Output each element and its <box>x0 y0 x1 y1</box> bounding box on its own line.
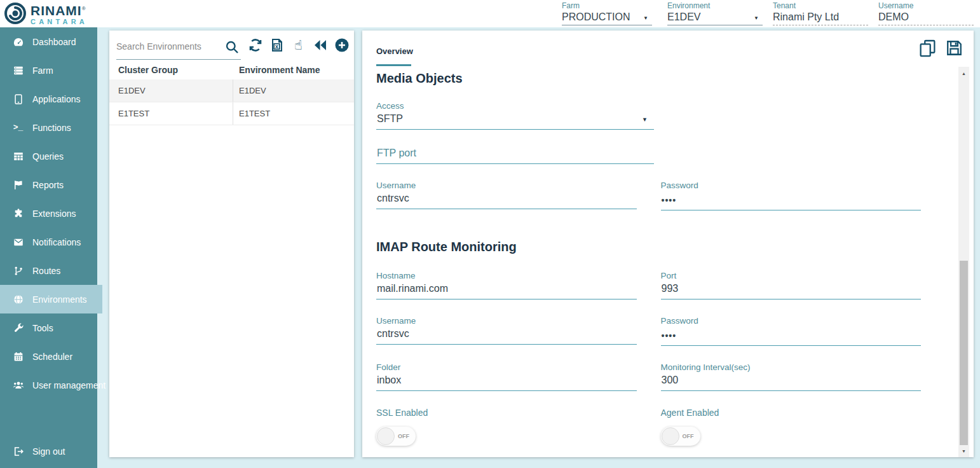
search-icon[interactable] <box>224 39 240 55</box>
list-toolbar: x ☝ <box>247 37 350 53</box>
interval-field: Monitoring Interval(sec) 300 <box>661 362 922 391</box>
brand-name: RINAMI® <box>31 4 88 17</box>
functions-terminal-icon: >_ <box>12 121 24 134</box>
scheduler-calendar-icon <box>12 350 24 362</box>
sidebar-item-label: Tools <box>32 323 53 333</box>
sidebar-item-label: Environments <box>32 294 87 305</box>
chevron-down-icon: ▼ <box>643 15 648 21</box>
sidebar-item-dashboard[interactable]: Dashboard <box>0 27 97 56</box>
search-input[interactable] <box>116 36 218 57</box>
sidebar-item-routes[interactable]: Routes <box>0 256 97 285</box>
tenant-label: Tenant <box>773 1 868 10</box>
export-excel-icon[interactable]: x <box>269 37 285 53</box>
farm-select[interactable]: PRODUCTION ▼ <box>562 10 652 25</box>
port-field: Port 993 <box>661 271 922 299</box>
add-icon[interactable] <box>334 37 350 53</box>
tab-overview[interactable]: Overview <box>376 46 413 56</box>
environment-select[interactable]: E1DEV ▼ <box>667 10 763 25</box>
collapse-rewind-icon[interactable] <box>312 37 328 53</box>
sidebar-item-label: Scheduler <box>32 352 72 362</box>
media-username-input[interactable]: cntrsvc <box>376 193 637 209</box>
imap-toggles-row: SSL Enabled OFF Agent Enabled OFF <box>376 408 921 446</box>
tenant-field: Tenant Rinami Pty Ltd <box>773 1 868 25</box>
access-select[interactable]: SFTP ▼ <box>376 113 654 130</box>
username-label: Username <box>376 316 637 326</box>
hostname-input[interactable]: mail.rinami.com <box>376 283 637 299</box>
hostname-label: Hostname <box>376 271 637 280</box>
scroll-up-icon[interactable]: ▲ <box>958 68 969 78</box>
imap-username-field: Username cntrsvc <box>376 316 637 346</box>
ftp-port-input[interactable]: FTP port <box>376 148 654 164</box>
media-username-field: Username cntrsvc <box>376 181 637 210</box>
sidebar-item-label: User management <box>32 380 105 390</box>
sidebar-item-functions[interactable]: >_ Functions <box>0 113 97 142</box>
overview-form: Media Objects Access SFTP ▼ FTP port Use… <box>362 67 958 457</box>
sidebar-item-scheduler[interactable]: Scheduler <box>0 342 97 371</box>
search-field <box>116 36 241 60</box>
sidebar-item-tools[interactable]: Tools <box>0 313 97 342</box>
cell-environment-name[interactable]: E1TEST <box>233 109 270 118</box>
app-window: RINAMI® CANTARA Farm PRODUCTION ▼ Enviro… <box>0 0 980 468</box>
vertical-scrollbar[interactable]: ▲ ▼ <box>958 67 969 457</box>
password-label: Password <box>661 316 922 326</box>
environments-table: E1DEV E1DEV E1TEST E1TEST <box>109 79 354 125</box>
agent-enabled-label: Agent Enabled <box>661 408 922 418</box>
interval-input[interactable]: 300 <box>661 375 922 391</box>
environments-list-panel: x ☝ Cluster Group Environment Name E1DEV… <box>109 31 354 457</box>
media-password-field: Password •••• <box>661 181 922 210</box>
imap-folder-row: Folder inbox Monitoring Interval(sec) 30… <box>376 362 921 391</box>
sidebar-item-notifications[interactable]: Notifications <box>0 228 97 256</box>
environments-globe-icon <box>12 293 24 305</box>
chevron-down-icon: ▼ <box>754 15 759 21</box>
save-icon[interactable] <box>945 39 963 57</box>
media-password-input[interactable]: •••• <box>661 193 922 210</box>
scroll-down-icon[interactable]: ▼ <box>958 446 969 456</box>
agent-enabled-toggle[interactable]: OFF <box>661 427 700 446</box>
top-header: RINAMI® CANTARA Farm PRODUCTION ▼ Enviro… <box>0 0 980 27</box>
section-title-media-objects: Media Objects <box>376 71 921 86</box>
sidebar-item-applications[interactable]: Applications <box>0 85 97 113</box>
sidebar-item-label: Functions <box>32 123 71 133</box>
tab-bar: Overview <box>362 31 974 67</box>
ssl-enabled-toggle[interactable]: OFF <box>376 427 416 446</box>
cell-cluster-group[interactable]: E1DEV <box>109 79 233 102</box>
brand-subname: CANTARA <box>31 18 88 25</box>
copy-icon[interactable] <box>918 39 937 57</box>
folder-input[interactable]: inbox <box>376 375 637 391</box>
sidebar-item-environments[interactable]: Environments <box>0 285 102 313</box>
port-input[interactable]: 993 <box>661 283 922 299</box>
imap-password-field: Password •••• <box>661 316 922 346</box>
sidebar-item-label: Reports <box>32 180 64 190</box>
dashboard-gauge-icon <box>12 36 24 48</box>
sidebar-item-queries[interactable]: Queries <box>0 142 97 170</box>
sidebar-item-label: Notifications <box>32 237 81 247</box>
active-tab-indicator <box>376 64 411 66</box>
sidebar-item-reports[interactable]: Reports <box>0 170 97 199</box>
access-field: Access SFTP ▼ <box>376 101 654 130</box>
cell-cluster-group[interactable]: E1TEST <box>109 102 233 125</box>
imap-username-input[interactable]: cntrsvc <box>376 328 637 345</box>
sidebar-item-label: Sign out <box>32 446 65 457</box>
table-row[interactable]: E1DEV E1DEV <box>109 79 354 102</box>
username-label: Username <box>878 1 974 10</box>
sidebar-item-sign-out[interactable]: Sign out <box>0 437 97 465</box>
svg-text:x: x <box>275 43 278 50</box>
hostname-field: Hostname mail.rinami.com <box>376 271 637 299</box>
select-hand-icon[interactable]: ☝ <box>290 37 306 53</box>
imap-host-row: Hostname mail.rinami.com Port 993 <box>376 271 921 299</box>
toggle-state-label: OFF <box>398 433 409 439</box>
applications-tablet-icon <box>12 93 24 105</box>
sidebar-item-label: Dashboard <box>32 37 76 47</box>
sidebar-item-farm[interactable]: Farm <box>0 56 97 85</box>
scrollbar-thumb[interactable] <box>960 261 968 445</box>
cell-environment-name[interactable]: E1DEV <box>233 86 266 95</box>
interval-label: Monitoring Interval(sec) <box>661 362 922 372</box>
sidebar-item-extensions[interactable]: Extensions <box>0 199 97 228</box>
table-row[interactable]: E1TEST E1TEST <box>109 102 354 125</box>
reports-flag-icon <box>12 179 24 191</box>
sidebar-item-user-management[interactable]: User management <box>0 371 97 399</box>
imap-password-input[interactable]: •••• <box>661 328 922 346</box>
folder-field: Folder inbox <box>376 362 637 391</box>
imap-credentials-row: Username cntrsvc Password •••• <box>376 316 921 346</box>
refresh-icon[interactable] <box>247 37 263 53</box>
